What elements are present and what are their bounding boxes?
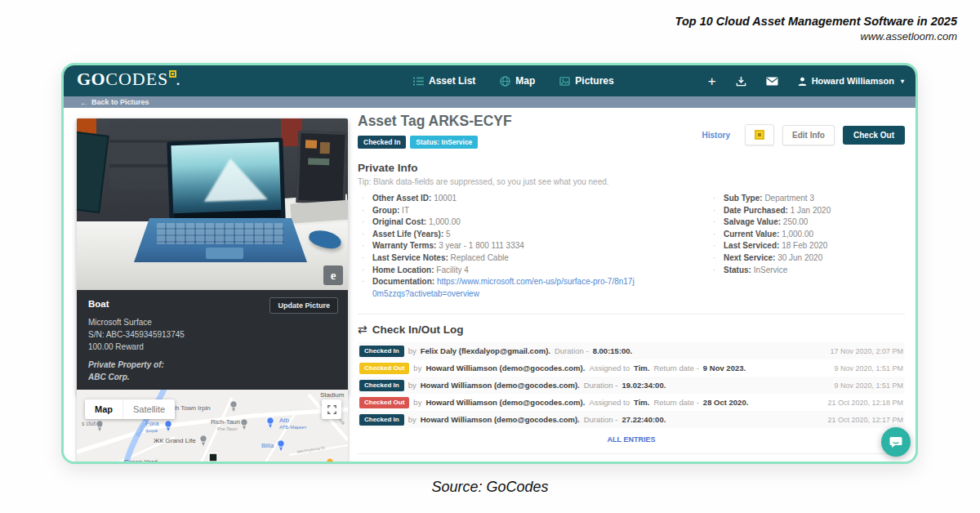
log-timestamp: 9 Nov 2020, 1:51 PM (834, 364, 903, 372)
photo-property-label: Private Property of: (88, 359, 336, 371)
logo-qr-icon (169, 70, 176, 78)
info-field: ·Last Service Notes: Replaced Cable (359, 252, 637, 265)
info-field: ·Status: InService (710, 265, 903, 277)
log-timestamp: 21 Oct 2020, 12:18 PM (827, 399, 903, 407)
log-entry: Checked In by Felix Daly (flexdalyop@gma… (358, 342, 905, 359)
asset-actions: History Edit Info Check Out (702, 124, 905, 145)
map-label: Rich-Taun (211, 418, 240, 426)
map-label: Atb (279, 417, 290, 424)
back-to-pictures-link[interactable]: Back to Pictures (91, 98, 149, 106)
log-heading: ⇄Check In/Out Log (358, 323, 905, 336)
info-field: ·Original Cost: 1,000.00 (359, 216, 637, 229)
info-field: ·Last Serviced: 18 Feb 2020 (710, 240, 903, 252)
user-menu[interactable]: Howard Williamson ▾ (798, 76, 904, 86)
log-entry: Checked Out by Howard Williamson (demo@g… (358, 394, 905, 411)
map-label: Pre-Taun (217, 426, 237, 431)
asset-detail-panel: Asset Tag ARKS-ECYF Checked In Status: I… (358, 113, 905, 464)
log-timestamp: 17 Nov 2020, 2:07 PM (830, 347, 903, 355)
nav-map[interactable]: Map (500, 75, 535, 87)
check-out-button[interactable]: Check Out (843, 126, 905, 145)
section-divider (358, 453, 905, 454)
app-header: GOCODES. Asset List Map (64, 65, 915, 96)
mail-icon[interactable] (766, 77, 778, 86)
map-label: фора (145, 428, 158, 433)
map-fullscreen-button[interactable] (322, 399, 341, 419)
back-arrow-icon: ← (80, 98, 88, 107)
log-timestamp: 21 Oct 2020, 12:17 PM (827, 416, 903, 424)
photo-caption: Boat Update Picture Microsoft Surface S/… (77, 290, 348, 394)
status-badge: Status: InService (410, 136, 478, 149)
info-field-documentation: ·Documentation: https://www.microsoft.co… (359, 276, 637, 300)
add-icon[interactable]: + (708, 74, 716, 88)
log-entry: Checked Out by Howard Williamson (demo@g… (358, 359, 905, 377)
log-badge-checked-out: Checked Out (359, 397, 409, 408)
qr-code-button[interactable] (745, 124, 774, 145)
log-entry: Checked In by Howard Williamson (demo@go… (358, 411, 905, 428)
log-entry: Checked In by Howard Williamson (demo@go… (358, 377, 905, 394)
banner: Top 10 Cloud Asset Management Software i… (675, 15, 957, 42)
info-field: ·Home Location: Facility 4 (359, 265, 637, 277)
log-badge-checked-in: Checked In (359, 380, 404, 391)
app-window: GOCODES. Asset List Map (61, 63, 918, 464)
map-label: Stadium (320, 391, 345, 399)
map-label: Billa (261, 442, 274, 449)
map-label: ЖК Grand Life (154, 437, 196, 444)
breadcrumb-bar: ← Back to Pictures (64, 96, 915, 108)
header-actions: + Howard Williamson ▾ (708, 65, 904, 96)
photo-model: Microsoft Surface (88, 316, 336, 328)
private-info-fields: ·Other Asset ID: 10001 ·Group: IT ·Origi… (358, 193, 905, 302)
asset-location-marker (209, 453, 217, 462)
import-icon[interactable] (736, 76, 746, 87)
nav-pictures[interactable]: Pictures (559, 75, 613, 87)
asset-photo[interactable]: e (77, 118, 348, 290)
user-name: Howard Williamson (812, 76, 894, 86)
info-field: ·Group: IT (359, 205, 637, 217)
gocodes-logo[interactable]: GOCODES. (77, 69, 180, 90)
check-in-out-icon: ⇄ (358, 323, 368, 336)
list-icon (413, 76, 424, 87)
map-type-control: Map Satellite (85, 399, 175, 419)
laptop-screen (167, 138, 285, 225)
nav-asset-list-label: Asset List (429, 75, 475, 87)
photo-watermark: e (323, 265, 343, 285)
photo-reward: 100.00 Reward (88, 341, 336, 353)
update-picture-button[interactable]: Update Picture (270, 297, 338, 314)
photo-property-owner: ABC Corp. (88, 371, 336, 383)
main-nav: Asset List Map Pictures (413, 65, 614, 96)
nav-pictures-label: Pictures (575, 75, 613, 87)
satellite-button[interactable]: Satellite (122, 399, 175, 419)
laptop-keyboard (134, 218, 307, 262)
all-entries-link[interactable]: ALL ENTRIES (358, 435, 905, 444)
history-link[interactable]: History (702, 131, 730, 140)
logo-text-go: GO (77, 69, 105, 89)
photo-serial: S/N: ABC-3459345913745 (88, 328, 336, 341)
location-map[interactable]: Bucha River Sadova Mechnykova St Жк Rich… (77, 390, 348, 464)
log-badge-checked-out: Checked Out (359, 363, 409, 374)
map-label: s club (82, 421, 96, 426)
page: Top 10 Cloud Asset Management Software i… (0, 0, 980, 513)
chat-widget-button[interactable] (881, 427, 911, 457)
log-badge-checked-in: Checked In (359, 414, 404, 426)
map-button[interactable]: Map (85, 399, 122, 419)
source-caption: Source: GoCodes (0, 479, 980, 496)
qr-icon (755, 130, 764, 140)
section-divider (358, 314, 905, 314)
log-badge-checked-in: Checked In (359, 346, 404, 357)
pictures-icon (559, 76, 570, 87)
nav-asset-list[interactable]: Asset List (413, 75, 475, 87)
edit-info-button[interactable]: Edit Info (782, 125, 835, 145)
private-info-tip: Tip: Blank data-fields are suppressed, s… (358, 177, 905, 186)
private-info-heading: Private Info (358, 162, 905, 174)
chevron-down-icon: ▾ (901, 78, 904, 85)
log-timestamp: 9 Nov 2020, 1:51 PM (834, 381, 903, 390)
info-field: ·Date Purchased: 1 Jan 2020 (710, 205, 903, 217)
globe-icon (500, 76, 510, 87)
banner-site-url: www.assetloom.com (675, 30, 957, 42)
info-field: ·Current Value: 1,000.00 (710, 229, 903, 241)
log-entries: Checked In by Felix Daly (flexdalyop@gma… (358, 342, 905, 428)
banner-title: Top 10 Cloud Asset Management Software i… (675, 15, 957, 28)
checked-in-badge: Checked In (358, 136, 406, 149)
map-label: Green Yard - (124, 458, 162, 464)
info-field: ·Other Asset ID: 10001 (359, 193, 637, 205)
map-label: Fora (145, 420, 159, 427)
